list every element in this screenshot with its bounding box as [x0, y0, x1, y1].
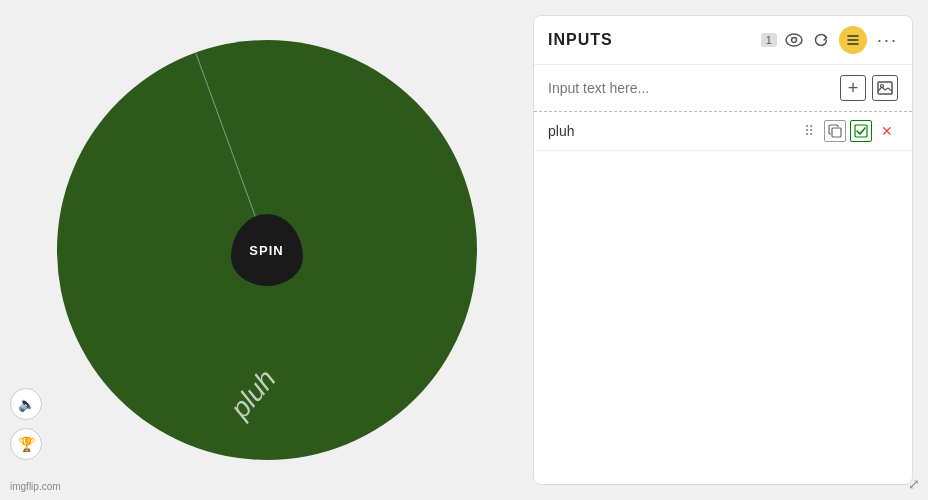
add-button[interactable]: + — [840, 75, 866, 101]
list-icon-button[interactable] — [839, 26, 867, 54]
delete-icon[interactable]: ✕ — [876, 120, 898, 142]
spin-button[interactable]: SPIN — [231, 214, 303, 286]
svg-point-0 — [786, 34, 802, 46]
drag-icon[interactable]: ⠿ — [798, 120, 820, 142]
wheel-item-text: pluh — [224, 363, 283, 424]
item-actions: ⠿ ✕ — [798, 120, 898, 142]
wheel-container: SPIN pluh — [57, 40, 477, 460]
volume-button[interactable]: 🔈 — [10, 388, 42, 420]
expand-icon[interactable]: ⤢ — [908, 476, 920, 492]
eye-icon-button[interactable] — [785, 33, 803, 47]
svg-rect-7 — [832, 128, 841, 137]
spin-label: SPIN — [249, 243, 283, 258]
check-icon[interactable] — [850, 120, 872, 142]
spinner-panel: SPIN pluh 🔈 🏆 imgflip.com — [0, 0, 533, 500]
more-icon-button[interactable]: ··· — [877, 30, 898, 51]
image-button[interactable] — [872, 75, 898, 101]
watermark: imgflip.com — [10, 481, 61, 492]
add-icon: + — [848, 78, 859, 99]
text-input[interactable] — [548, 80, 834, 96]
spinner-wheel[interactable]: SPIN pluh — [57, 40, 477, 460]
trophy-icon: 🏆 — [18, 436, 35, 452]
inputs-badge: 1 — [761, 33, 777, 47]
panel-title: INPUTS — [548, 31, 753, 49]
items-list: pluh ⠿ ✕ — [534, 112, 912, 484]
list-item: pluh ⠿ ✕ — [534, 112, 912, 151]
svg-rect-5 — [878, 82, 892, 94]
copy-icon[interactable] — [824, 120, 846, 142]
header-icons: ··· — [785, 26, 898, 54]
trophy-button[interactable]: 🏆 — [10, 428, 42, 460]
refresh-icon-button[interactable] — [813, 32, 829, 48]
panel-header: INPUTS 1 ··· — [534, 16, 912, 65]
inputs-panel: INPUTS 1 ··· — [533, 15, 913, 485]
volume-icon: 🔈 — [18, 396, 35, 412]
input-row: + — [534, 65, 912, 112]
svg-point-1 — [791, 38, 796, 43]
item-text: pluh — [548, 123, 792, 139]
left-icons: 🔈 🏆 — [10, 388, 42, 460]
